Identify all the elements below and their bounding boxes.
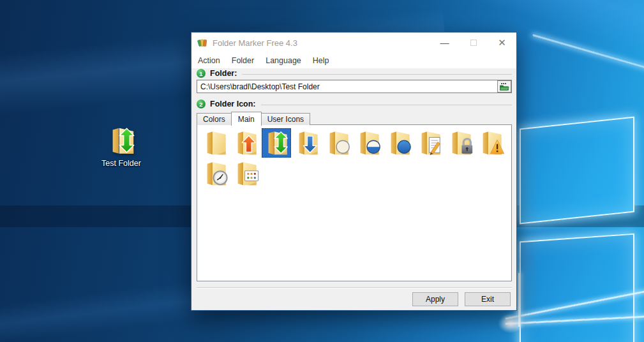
folder-path-row: [197, 80, 512, 93]
close-button[interactable]: ✕: [488, 33, 516, 53]
app-icon: [197, 38, 207, 48]
icon-grid: [197, 124, 512, 281]
folder-clock-icon: [202, 160, 228, 187]
wallpaper-glow: [498, 314, 523, 333]
desktop[interactable]: Test Folder Folder Marker Free 4.3 — ✕ A…: [0, 0, 644, 342]
icon-option-folder-arrow-up[interactable]: [231, 128, 260, 158]
desktop-icon-test-folder[interactable]: Test Folder: [96, 126, 147, 168]
folder-arrow-down-icon: [294, 130, 320, 156]
icon-tabs: Colors Main User Icons: [197, 111, 310, 125]
minimize-icon: —: [440, 38, 449, 48]
icon-section-header: 2 Folder Icon:: [197, 99, 512, 109]
folder-section-label: Folder:: [210, 69, 237, 78]
folder-path-input[interactable]: [197, 80, 512, 93]
exit-button[interactable]: Exit: [465, 292, 511, 306]
folder-updown-icon: [107, 126, 137, 156]
step-2-badge: 2: [197, 100, 206, 108]
menu-folder[interactable]: Folder: [226, 54, 260, 67]
menu-language[interactable]: Language: [260, 54, 307, 67]
divider: [197, 287, 512, 288]
folder-user-icons-icon: [232, 160, 259, 187]
apply-button[interactable]: Apply: [412, 292, 458, 306]
wallpaper-light-ray: [505, 290, 644, 319]
browse-folder-button[interactable]: [497, 80, 511, 93]
dialog-buttons: Apply Exit: [412, 292, 511, 306]
folder-section-header: 1 Folder:: [197, 68, 512, 78]
folder-arrow-updown-icon: [263, 130, 290, 156]
menu-action[interactable]: Action: [192, 54, 226, 67]
menu-help[interactable]: Help: [307, 54, 335, 67]
wallpaper-light-ray: [505, 315, 644, 325]
window-title: Folder Marker Free 4.3: [213, 38, 430, 48]
wallpaper-window-pane: [520, 117, 634, 225]
wallpaper-light-ray: [518, 273, 520, 327]
icon-option-folder-circle-half[interactable]: [354, 128, 383, 158]
maximize-button[interactable]: [459, 33, 488, 53]
icon-option-folder-notes[interactable]: [415, 128, 444, 158]
icon-option-folder-arrow-down[interactable]: [292, 128, 322, 158]
icon-option-folder-plain[interactable]: [200, 128, 230, 158]
icon-option-folder-clock[interactable]: [200, 159, 230, 188]
icon-section-label: Folder Icon:: [210, 100, 256, 108]
wallpaper-light-line: [532, 34, 644, 80]
tab-colors[interactable]: Colors: [197, 113, 232, 125]
wallpaper-window-pane: [520, 234, 634, 342]
minimize-button[interactable]: —: [430, 33, 459, 53]
folder-marker-window: Folder Marker Free 4.3 — ✕ Action Folder…: [191, 32, 517, 311]
maximize-icon: [470, 40, 477, 46]
icon-option-folder-warning[interactable]: [476, 128, 505, 158]
tab-user-icons[interactable]: User Icons: [261, 113, 310, 125]
section-divider-line: [261, 105, 512, 105]
close-icon: ✕: [498, 37, 506, 48]
icon-option-folder-lock[interactable]: [446, 128, 475, 158]
title-bar[interactable]: Folder Marker Free 4.3 — ✕: [191, 33, 516, 53]
folder-notes-icon: [416, 130, 443, 156]
open-folder-browse-icon: [499, 82, 509, 91]
folder-lock-icon: [447, 130, 474, 156]
tab-main[interactable]: Main: [231, 112, 262, 126]
menu-bar: Action Folder Language Help: [191, 53, 516, 68]
icon-option-folder-user-icons[interactable]: [231, 159, 260, 188]
folder-circle-outline-icon: [324, 130, 351, 156]
folder-arrow-up-icon: [232, 130, 259, 156]
icon-option-folder-circle-full[interactable]: [384, 128, 414, 158]
section-divider-line: [242, 74, 512, 75]
icon-option-folder-arrow-updown[interactable]: [262, 128, 291, 158]
step-1-badge: 1: [197, 69, 206, 78]
folder-circle-full-icon: [386, 130, 412, 156]
desktop-icon-label: Test Folder: [101, 159, 141, 168]
folder-plain-icon: [202, 130, 228, 156]
icon-option-folder-circle-outline[interactable]: [323, 128, 352, 158]
folder-circle-half-icon: [355, 130, 382, 156]
folder-warning-icon: [477, 130, 504, 156]
